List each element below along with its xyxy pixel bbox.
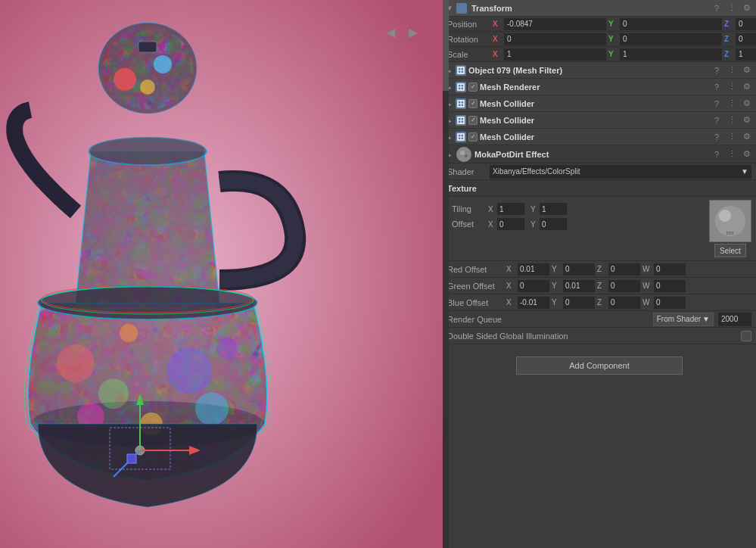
transform-menu-icon[interactable]: ⋮ [726, 2, 738, 14]
position-label: Position [447, 20, 493, 29]
mesh-collider-3-checkbox[interactable]: ✓ [468, 132, 478, 142]
mesh-collider-2-component[interactable]: ▶ ✓ Mesh Collider ? ⋮ ⚙ [443, 112, 756, 129]
scale-x-input[interactable] [504, 48, 606, 61]
transform-help-icon[interactable]: ? [711, 2, 723, 14]
mesh-collider-2-menu-icon[interactable]: ⋮ [726, 114, 738, 126]
mokapot-settings-icon[interactable]: ⚙ [741, 148, 753, 160]
scale-z-input[interactable] [736, 48, 756, 61]
shader-dropdown-arrow[interactable]: ▼ [741, 167, 748, 176]
red-y-input[interactable] [563, 263, 595, 276]
select-texture-button[interactable]: Select [714, 244, 746, 257]
rotation-row: Rotation X Y Z [443, 32, 756, 47]
mesh-collider-1-checkbox[interactable]: ✓ [468, 99, 478, 108]
transform-icon [456, 3, 467, 14]
svg-point-7 [195, 392, 229, 425]
svg-point-11 [91, 137, 204, 161]
blue-z-input[interactable] [608, 297, 640, 309]
mokapot-help-icon[interactable]: ? [711, 148, 723, 160]
rotation-x-input[interactable] [504, 33, 606, 45]
position-x-input[interactable] [504, 18, 606, 30]
position-fields: X Y Z [493, 18, 756, 30]
scroll-thumb[interactable] [443, 0, 449, 91]
red-offset-label: Red Offset [447, 265, 503, 274]
offset-y-field: Y [530, 218, 567, 230]
mesh-collider-3-help-icon[interactable]: ? [711, 131, 723, 143]
mesh-renderer-checkbox[interactable]: ✓ [468, 83, 478, 92]
mesh-filter-help-icon[interactable]: ? [711, 64, 723, 76]
inspector-scroll[interactable]: ▼ Transform ? ⋮ ⚙ Position X Y Z Rotatio [443, 0, 756, 548]
scale-z-label: Z [724, 50, 733, 58]
svg-point-47 [460, 151, 465, 155]
mesh-collider-1-component[interactable]: ▶ ✓ Mesh Collider ? ⋮ ⚙ [443, 95, 756, 112]
mesh-collider-2-icon [456, 115, 466, 126]
tiling-y-input[interactable] [540, 203, 567, 215]
render-queue-value[interactable]: 2000 [718, 313, 751, 326]
blue-y-input[interactable] [563, 297, 595, 309]
offset-y-axis-label: Y [530, 220, 538, 229]
texture-preview-container: tex Select [709, 200, 751, 257]
offset-x-input[interactable] [497, 218, 524, 230]
position-z-input[interactable] [736, 18, 756, 30]
render-queue-dropdown[interactable]: From Shader ▼ [653, 313, 714, 326]
scroll-indicator [443, 0, 449, 548]
green-w-input[interactable] [654, 280, 686, 292]
mesh-filter-menu-icon[interactable]: ⋮ [726, 64, 738, 76]
red-w-input[interactable] [654, 263, 686, 276]
mesh-collider-1-help-icon[interactable]: ? [711, 98, 723, 110]
mesh-renderer-settings-icon[interactable]: ⚙ [741, 81, 753, 93]
green-w-axis: W [642, 282, 652, 290]
svg-point-48 [465, 154, 468, 157]
mesh-filter-settings-icon[interactable]: ⚙ [741, 64, 753, 76]
mesh-renderer-component[interactable]: ▶ ✓ Mesh Renderer ? ⋮ ⚙ [443, 79, 756, 95]
mesh-collider-2-help-icon[interactable]: ? [711, 114, 723, 126]
rotation-y-input[interactable] [620, 33, 722, 45]
position-row: Position X Y Z [443, 17, 756, 32]
svg-point-3 [98, 378, 129, 409]
scale-row: Scale X Y Z [443, 47, 756, 62]
mesh-collider-3-settings-icon[interactable]: ⚙ [741, 131, 753, 143]
gi-checkbox[interactable] [741, 331, 751, 341]
offset-x-axis-label: X [488, 220, 496, 229]
mesh-collider-2-settings-icon[interactable]: ⚙ [741, 114, 753, 126]
svg-point-27 [154, 55, 172, 73]
texture-preview[interactable]: tex [709, 200, 751, 242]
mokapot-menu-icon[interactable]: ⋮ [726, 148, 738, 160]
scale-y-input[interactable] [620, 48, 722, 61]
3d-viewport[interactable]: ◀ ▶ [0, 0, 443, 548]
svg-text:tex: tex [726, 229, 735, 236]
mesh-collider-1-name: Mesh Collider [480, 99, 708, 108]
svg-point-13 [102, 26, 193, 110]
render-queue-dropdown-text: From Shader [657, 315, 701, 323]
shader-value[interactable]: Xibanya/Effects/ColorSplit ▼ [490, 165, 751, 179]
position-y-input[interactable] [620, 18, 722, 30]
mesh-collider-1-icon [456, 98, 466, 109]
mesh-collider-1-menu-icon[interactable]: ⋮ [726, 98, 738, 110]
position-z-label: Z [724, 20, 733, 28]
blue-x-input[interactable] [518, 297, 549, 309]
red-y-axis: Y [552, 265, 561, 273]
mesh-filter-component[interactable]: ▶ Object 079 (Mesh Filter) ? ⋮ ⚙ [443, 62, 756, 79]
tiling-x-input[interactable] [497, 203, 524, 215]
red-x-input[interactable] [518, 263, 549, 276]
mesh-collider-3-menu-icon[interactable]: ⋮ [726, 131, 738, 143]
blue-x-axis: X [506, 298, 515, 307]
mesh-renderer-menu-icon[interactable]: ⋮ [726, 81, 738, 93]
rotation-z-input[interactable] [736, 33, 756, 45]
mesh-renderer-help-icon[interactable]: ? [711, 81, 723, 93]
texture-content: Tiling X Y Offset [443, 197, 756, 260]
green-x-input[interactable] [518, 280, 549, 292]
add-component-container: Add Component [443, 344, 756, 387]
rotation-label: Rotation [447, 35, 493, 44]
offset-y-input[interactable] [540, 218, 567, 230]
mesh-collider-1-settings-icon[interactable]: ⚙ [741, 98, 753, 110]
mesh-collider-3-component[interactable]: ▶ ✓ Mesh Collider ? ⋮ ⚙ [443, 129, 756, 145]
red-z-input[interactable] [608, 263, 640, 276]
mesh-filter-name: Object 079 (Mesh Filter) [468, 66, 708, 75]
add-component-button[interactable]: Add Component [516, 357, 683, 375]
transform-settings-icon[interactable]: ⚙ [741, 2, 753, 14]
blue-w-input[interactable] [654, 297, 686, 309]
green-y-input[interactable] [563, 280, 595, 292]
mokapot-effect-header[interactable]: ▶ MokaPotDirt Effect ? ⋮ ⚙ [443, 145, 756, 163]
mesh-collider-2-checkbox[interactable]: ✓ [468, 116, 478, 125]
green-z-input[interactable] [608, 280, 640, 292]
